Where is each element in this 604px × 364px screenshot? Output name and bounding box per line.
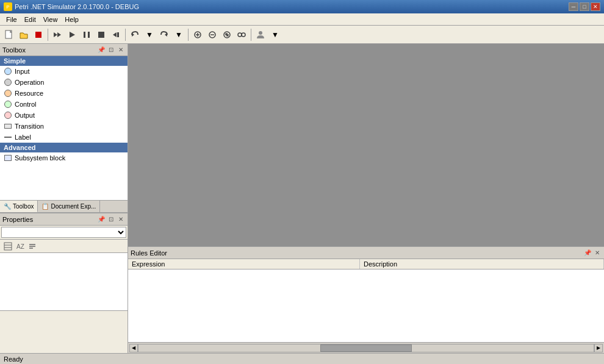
svg-rect-9 [117, 32, 119, 37]
svg-rect-6 [88, 32, 90, 38]
tab-toolbox[interactable]: 🔧 Toolbox [0, 201, 38, 212]
resource-label: Resource [15, 90, 43, 97]
menu-help[interactable]: Help [61, 15, 82, 24]
step-button[interactable] [109, 28, 123, 41]
separator-2 [125, 29, 126, 41]
canvas-area[interactable] [128, 44, 604, 246]
properties-panel: Properties 📌 ⊡ ✕ AZ [0, 213, 128, 353]
tool3-button[interactable] [220, 28, 234, 41]
maximize-button[interactable]: □ [580, 2, 589, 11]
svg-point-24 [259, 31, 262, 35]
label-icon [4, 133, 12, 141]
svg-marker-8 [113, 32, 117, 37]
props-tb-3[interactable] [27, 241, 38, 252]
operation-label: Operation [15, 79, 44, 86]
tab-document-explorer[interactable]: 📋 Document Exp... [38, 201, 100, 212]
props-tb-1[interactable] [2, 241, 13, 252]
redo-dropdown[interactable]: ▼ [172, 28, 185, 41]
status-text: Ready [4, 355, 23, 363]
status-bar: Ready [0, 353, 604, 364]
rules-col-expression: Expression [128, 259, 360, 269]
output-label: Output [15, 112, 35, 119]
title-bar-buttons: ─ □ ✕ [569, 2, 600, 11]
toolbox-tab-label: Toolbox [13, 203, 34, 210]
close-button[interactable]: ✕ [591, 2, 600, 11]
toolbox-item-subsystem[interactable]: Subsystem block [0, 152, 128, 163]
redo-button[interactable] [157, 28, 171, 41]
svg-marker-3 [57, 32, 61, 37]
properties-dropdown[interactable] [1, 227, 126, 238]
scroll-left-button[interactable]: ◀ [129, 344, 138, 352]
separator-1 [48, 29, 48, 41]
user-button[interactable] [254, 28, 267, 41]
menu-edit[interactable]: Edit [21, 15, 40, 24]
properties-toolbar: AZ [0, 240, 128, 253]
horizontal-scrollbar[interactable] [138, 344, 594, 352]
rules-close-button[interactable]: ✕ [593, 249, 602, 256]
toolbox-tabs: 🔧 Toolbox 📋 Document Exp... [0, 200, 128, 212]
tool4-button[interactable] [235, 28, 248, 41]
tool1-button[interactable] [191, 28, 204, 41]
properties-close-button[interactable]: ✕ [117, 216, 125, 223]
toolbox-float-button[interactable]: ⊡ [107, 46, 115, 53]
rewind-button[interactable] [51, 28, 64, 41]
toolbox-panel: Toolbox 📌 ⊡ ✕ Simple Input Operation [0, 44, 128, 213]
properties-float-button[interactable]: ⊡ [107, 216, 115, 223]
toolbox-title: Toolbox [2, 46, 26, 54]
doc-tab-icon: 📋 [41, 203, 49, 210]
separator-4 [251, 29, 251, 41]
scrollbar-thumb[interactable] [320, 344, 411, 352]
scroll-right-button[interactable]: ▶ [594, 344, 603, 352]
stop2-button[interactable] [95, 28, 108, 41]
stop-button[interactable] [32, 28, 45, 41]
left-panel: Toolbox 📌 ⊡ ✕ Simple Input Operation [0, 44, 128, 353]
undo-button[interactable] [128, 28, 142, 41]
new-button[interactable] [2, 28, 16, 41]
category-advanced[interactable]: Advanced [0, 143, 128, 152]
properties-header-buttons: 📌 ⊡ ✕ [97, 216, 125, 223]
category-simple[interactable]: Simple [0, 56, 128, 66]
toolbox-header-left: Toolbox [2, 46, 26, 54]
main-area: Toolbox 📌 ⊡ ✕ Simple Input Operation [0, 44, 604, 353]
properties-title: Properties [2, 216, 33, 223]
rules-table-header: Expression Description [128, 259, 604, 269]
subsystem-icon [4, 154, 12, 162]
rules-pin-button[interactable]: 📌 [583, 249, 592, 256]
toolbox-close-button[interactable]: ✕ [117, 46, 125, 53]
menu-view[interactable]: View [40, 15, 62, 24]
output-icon [4, 111, 12, 120]
input-label: Input [15, 68, 29, 75]
toolbox-pin-button[interactable]: 📌 [97, 46, 106, 53]
toolbox-item-transition[interactable]: Transition [0, 121, 128, 132]
menu-bar: File Edit View Help [0, 13, 604, 26]
toolbox-item-output[interactable]: Output [0, 110, 128, 121]
props-tb-2[interactable]: AZ [15, 241, 26, 252]
tool2-button[interactable] [206, 28, 219, 41]
svg-rect-7 [98, 32, 104, 38]
toolbox-item-resource[interactable]: Resource [0, 88, 128, 99]
toolbox-item-control[interactable]: Control [0, 99, 128, 110]
rules-table: Expression Description [128, 259, 604, 342]
toolbox-item-operation[interactable]: Operation [0, 77, 128, 88]
svg-rect-25 [4, 243, 12, 250]
menu-file[interactable]: File [2, 15, 21, 24]
minimize-button[interactable]: ─ [569, 2, 578, 11]
rules-editor: Rules Editor 📌 ✕ Expression Description … [128, 246, 604, 353]
svg-marker-4 [70, 32, 75, 38]
toolbox-item-input[interactable]: Input [0, 66, 128, 77]
rules-scrollbar-area: ◀ ▶ [128, 342, 604, 353]
user-dropdown[interactable]: ▼ [268, 28, 282, 41]
open-button[interactable] [17, 28, 31, 41]
rules-header: Rules Editor 📌 ✕ [128, 247, 604, 259]
resource-icon [4, 89, 12, 98]
control-label: Control [15, 101, 36, 108]
toolbox-item-label[interactable]: Label [0, 132, 128, 143]
label-label: Label [15, 134, 31, 141]
subsystem-label: Subsystem block [15, 154, 65, 162]
properties-pin-button[interactable]: 📌 [97, 216, 106, 223]
pause-button[interactable] [80, 28, 93, 41]
toolbox-list: Simple Input Operation Resource Control [0, 56, 128, 200]
play-button[interactable] [65, 28, 79, 41]
rules-col-description: Description [360, 259, 604, 269]
undo-dropdown[interactable]: ▼ [143, 28, 156, 41]
